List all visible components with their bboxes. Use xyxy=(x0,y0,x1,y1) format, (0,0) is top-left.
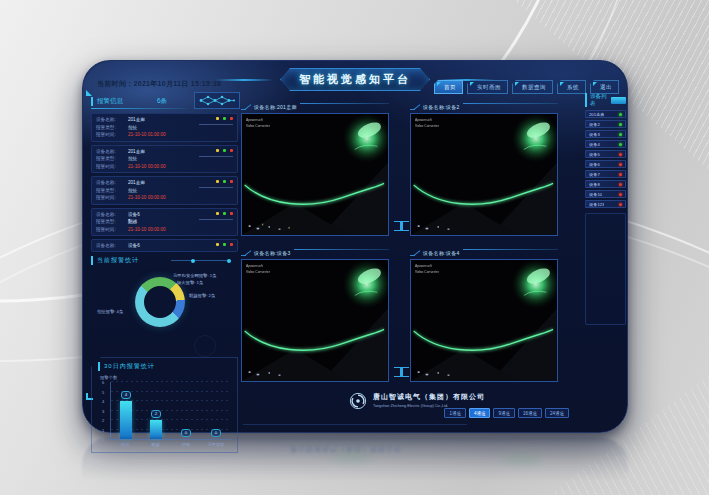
field-label: 报警时间: xyxy=(96,195,128,200)
device-row[interactable]: 设备8 xyxy=(585,180,626,188)
video-feed[interactable]: Apowersoft Video Converter xyxy=(410,259,558,382)
status-dot-icon xyxy=(619,203,622,206)
status-dot-icon xyxy=(619,163,622,166)
alarm-entry[interactable]: 设备名称:201走廊 报警类型:拉扯 报警时间:21-10-10 01:00:0… xyxy=(91,113,238,142)
alarm-device: 201走廊 xyxy=(128,117,145,122)
mini-slider xyxy=(199,156,233,157)
alarm-count-badge: 6条 xyxy=(157,97,167,106)
channel-9-button[interactable]: 9通道 xyxy=(493,408,515,418)
status-dot-icon xyxy=(619,133,622,136)
video-cell-3[interactable]: 设备名称:设备3 Apowersoft Video Converter xyxy=(241,246,389,382)
video-cell-2[interactable]: 设备名称:设备2 Apowersoft Video Converter xyxy=(410,100,558,236)
device-list-empty-area xyxy=(585,213,626,325)
video-cell-4[interactable]: 设备名称:设备4 Apowersoft Video Converter xyxy=(410,246,558,382)
nav-home-button[interactable]: 首页 xyxy=(434,80,463,94)
nav-exit-button[interactable]: 退出 xyxy=(590,80,619,94)
device-name: 设备7 xyxy=(589,172,600,177)
donut-label: 翻越报警: 2条 xyxy=(189,293,215,298)
device-row[interactable]: 设备5 xyxy=(585,150,626,158)
bar-chart-section: 30日内报警统计 报警个数 0123456 4 2 0 0 xyxy=(91,357,238,453)
status-dot-icon xyxy=(619,173,622,176)
header-step-line xyxy=(241,246,251,259)
device-name: 设备5 xyxy=(589,152,600,157)
device-row[interactable]: 201走廊 xyxy=(585,110,626,118)
alarm-panel-title: 报警信息 xyxy=(91,97,123,106)
y-tick-label: 2 xyxy=(102,418,104,423)
video-cell-1[interactable]: 设备名称:201走廊 Apowersoft Video Converter xyxy=(241,100,389,236)
donut-section-title: 当前报警统计 xyxy=(91,256,238,265)
device-name: 设备10 xyxy=(589,192,602,197)
bar-column: 4 xyxy=(116,382,136,439)
page-title-plaque: 智能视觉感知平台 xyxy=(280,68,430,91)
field-label: 设备名称: xyxy=(96,243,128,248)
header-step-line xyxy=(410,100,420,113)
video-title: 设备名称:201走廊 xyxy=(251,104,300,110)
watermark-emblem xyxy=(194,335,216,357)
alarm-panel-header: 报警信息 6条 xyxy=(91,94,238,108)
alarm-entry[interactable]: 设备名称:201走廊 报警类型:拉扯 报警时间:21-10-10 00:00:0… xyxy=(91,176,238,205)
grid-bracket-icon xyxy=(394,367,402,377)
device-row[interactable]: 设备123 xyxy=(585,200,626,208)
y-tick-label: 0 xyxy=(102,437,104,442)
nav-system-button[interactable]: 系统 xyxy=(557,80,586,94)
alarm-time: 21-10-10 00:00:00 xyxy=(128,195,166,200)
company-branding: 唐山智诚电气（集团）有限公司 Tangshan Zhicheng Electri… xyxy=(373,392,485,408)
header-line xyxy=(463,103,558,104)
video-title: 设备名称:设备2 xyxy=(420,104,463,110)
device-row[interactable]: 设备6 xyxy=(585,160,626,168)
node-network-icon xyxy=(194,92,240,109)
field-label: 报警时间: xyxy=(96,227,128,232)
alarm-type: 拉扯 xyxy=(128,125,137,130)
alarm-device: 201走廊 xyxy=(128,180,145,185)
company-logo-icon xyxy=(349,392,367,410)
alarm-device: 201走廊 xyxy=(128,149,145,154)
donut-chart-area: 马甲和安全帽报警: 1条 烟火报警: 1条 翻越报警: 2条 拉扯报警: 4条 xyxy=(91,269,238,341)
channel-1-button[interactable]: 1通道 xyxy=(444,408,466,418)
company-name-en: Tangshan Zhicheng Electric (Group) Co.,L… xyxy=(373,404,485,408)
video-watermark-line2: Video Converter xyxy=(246,124,271,128)
status-dots-icon xyxy=(216,243,233,246)
bar-category: 徘徊 xyxy=(172,442,200,447)
status-dots-icon xyxy=(216,180,233,183)
video-watermark-line1: Apowersoft xyxy=(415,264,432,268)
bar-category: 马甲报警 xyxy=(202,442,230,447)
device-row[interactable]: 设备2 xyxy=(585,120,626,128)
page-title: 智能视觉感知平台 xyxy=(299,72,411,87)
header-line xyxy=(294,249,389,250)
nav-data-query-button[interactable]: 数据查询 xyxy=(512,80,553,94)
device-row[interactable]: 设备10 xyxy=(585,190,626,198)
bar-category: 翻越 xyxy=(141,442,169,447)
device-list-tab[interactable] xyxy=(611,97,626,104)
header-step-line xyxy=(410,246,420,259)
alarm-time: 21-10-10 01:00:00 xyxy=(128,132,166,137)
device-row[interactable]: 设备3 xyxy=(585,130,626,138)
video-feed[interactable]: Apowersoft Video Converter xyxy=(410,113,558,236)
alarm-entry[interactable]: 设备名称:设备6 报警类型:翻越 报警时间:21-10-10 00:00:00 xyxy=(91,208,238,237)
video-feed[interactable]: Apowersoft Video Converter xyxy=(241,113,389,236)
video-header: 设备名称:设备3 xyxy=(241,246,389,259)
device-name: 设备123 xyxy=(589,202,604,207)
alarm-time: 21-10-10 00:00:00 xyxy=(128,164,166,169)
alarm-entry[interactable]: 设备名称:201走廊 报警类型:拉扯 报警时间:21-10-10 00:00:0… xyxy=(91,145,238,174)
channel-16-button[interactable]: 16通道 xyxy=(518,408,542,418)
donut-hole xyxy=(144,286,176,318)
nav-live-view-button[interactable]: 实时画面 xyxy=(467,80,508,94)
y-tick-label: 5 xyxy=(102,389,104,394)
channel-24-button[interactable]: 24通道 xyxy=(545,408,569,418)
status-dot-icon xyxy=(619,153,622,156)
header-line xyxy=(300,103,389,104)
device-name: 设备2 xyxy=(589,122,600,127)
grid-bracket-icon xyxy=(401,221,409,231)
header-line xyxy=(463,249,558,250)
alarm-entry[interactable]: 设备名称:设备6 xyxy=(91,239,238,252)
device-row[interactable]: 设备4 xyxy=(585,140,626,148)
video-feed[interactable]: Apowersoft Video Converter xyxy=(241,259,389,382)
y-tick-label: 1 xyxy=(102,427,104,432)
channel-4-button[interactable]: 4通道 xyxy=(469,408,491,418)
device-name: 201走廊 xyxy=(589,112,604,117)
circuit-decoration xyxy=(171,260,231,261)
bar-column: 0 xyxy=(176,382,196,439)
status-dot-icon xyxy=(619,113,622,116)
alarm-device: 设备6 xyxy=(128,212,140,217)
device-row[interactable]: 设备7 xyxy=(585,170,626,178)
